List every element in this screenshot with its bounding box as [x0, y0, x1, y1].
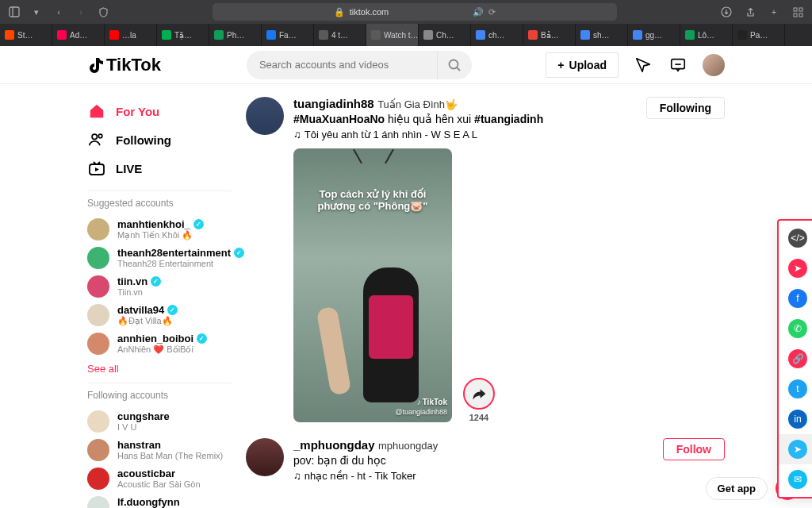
- account-avatar: [87, 304, 109, 326]
- account-row[interactable]: annhien_boiboi✓AnNhiên ❤️ BốiBối: [87, 329, 246, 358]
- tab-label: St…: [17, 31, 33, 40]
- nav-following[interactable]: Following: [87, 125, 246, 154]
- share-option[interactable]: 🔗Copy link: [779, 344, 812, 374]
- browser-tab[interactable]: Ph…: [209, 24, 262, 46]
- get-app-button[interactable]: Get app: [706, 477, 768, 500]
- account-row[interactable]: datvilla94✓🔥Đạt Villa🔥: [87, 301, 246, 329]
- browser-tab[interactable]: Bả…: [523, 24, 576, 46]
- audio-icon[interactable]: 🔊: [473, 7, 484, 17]
- browser-toolbar: ▾ ‹ › 🔒 tiktok.com 🔊 ⟳ +: [0, 0, 812, 24]
- browser-tab[interactable]: Tặ…: [157, 24, 209, 46]
- back-icon[interactable]: ‹: [51, 4, 67, 20]
- favicon: [214, 30, 224, 40]
- share-option[interactable]: </>Embed: [779, 223, 812, 253]
- plus-icon[interactable]: +: [766, 4, 782, 20]
- favicon: [319, 30, 328, 40]
- post-music[interactable]: ♫ nhạc nền - ht - Tik Toker: [293, 470, 438, 482]
- account-displayname: Theanh28 Entertainment: [117, 259, 244, 268]
- account-row[interactable]: hanstranHans Bat Man (The Remix): [87, 436, 246, 464]
- browser-tab[interactable]: ch…: [471, 24, 523, 46]
- share-option[interactable]: ✆Share to WhatsApp: [779, 314, 812, 344]
- browser-tab[interactable]: gg…: [628, 24, 680, 46]
- follow-button[interactable]: Follow: [663, 438, 725, 460]
- tab-label: Tặ…: [174, 31, 192, 40]
- see-all-link[interactable]: See all: [87, 363, 246, 375]
- browser-tab[interactable]: Fa…: [262, 24, 314, 46]
- favicon: [685, 30, 695, 40]
- upload-button[interactable]: + Upload: [546, 52, 619, 78]
- share-option[interactable]: tShare to Twitter: [779, 374, 812, 404]
- browser-tab[interactable]: Ch…: [419, 24, 471, 46]
- post-avatar[interactable]: [246, 97, 284, 135]
- share-option[interactable]: ➤Send to friends: [779, 253, 812, 283]
- share-button[interactable]: [463, 378, 495, 410]
- account-username: annhien_boiboi✓: [117, 333, 207, 344]
- share-option-icon: ✉: [788, 470, 807, 489]
- account-username: datvilla94✓: [117, 304, 178, 316]
- account-row[interactable]: cungshareI V U: [87, 407, 246, 436]
- post-displayname: mphuongday: [378, 440, 438, 452]
- browser-tab[interactable]: …la: [105, 24, 157, 46]
- account-username: theanh28entertainment✓: [117, 247, 244, 259]
- search-icon: [447, 58, 462, 72]
- tab-label: Ch…: [436, 31, 454, 40]
- post-username[interactable]: tuangiadinh88: [293, 97, 374, 110]
- address-bar[interactable]: 🔒 tiktok.com 🔊 ⟳: [213, 3, 617, 21]
- nav-live[interactable]: LIVE: [87, 154, 246, 183]
- browser-tab[interactable]: St…: [0, 24, 52, 46]
- post-music[interactable]: ♫ Tôi yêu anh từ 1 ánh nhìn - W S E A L: [293, 129, 543, 140]
- tab-label: Ph…: [227, 31, 244, 40]
- share-menu: </>Embed➤Send to friendsfShare to Facebo…: [777, 219, 812, 498]
- nav-label: Following: [116, 133, 171, 147]
- account-row[interactable]: theanh28entertainment✓Theanh28 Entertain…: [87, 244, 246, 272]
- favicon: [266, 30, 276, 40]
- account-row[interactable]: tiin.vn✓Tiin.vn: [87, 272, 246, 301]
- account-row[interactable]: manhtienkhoi_✓Mạnh Tiến Khôi 🔥: [87, 215, 246, 244]
- search-button[interactable]: [437, 51, 472, 79]
- share-option[interactable]: inShare to LinkedIn: [779, 404, 812, 434]
- chevron-down-icon[interactable]: ▾: [29, 4, 44, 20]
- video-player[interactable]: Top cách xử lý khi đối phương có "Phông🐷…: [293, 148, 452, 422]
- share-option-icon: ➤: [788, 259, 807, 278]
- profile-avatar[interactable]: [703, 54, 725, 76]
- reload-icon[interactable]: ⟳: [488, 7, 496, 17]
- share-option[interactable]: fShare to Facebook: [779, 283, 812, 314]
- tab-label: Ad…: [70, 31, 87, 40]
- share-option[interactable]: ➤Share to Telegram: [779, 434, 812, 464]
- account-avatar: [87, 218, 109, 241]
- account-avatar: [87, 275, 109, 298]
- share-option-icon: t: [788, 379, 807, 398]
- download-icon[interactable]: [718, 4, 734, 20]
- shield-icon[interactable]: [95, 4, 111, 20]
- logo[interactable]: TikTok: [87, 55, 161, 75]
- share-option[interactable]: ✉Share to Email: [779, 464, 812, 495]
- inbox-icon[interactable]: [668, 55, 688, 75]
- messages-icon[interactable]: [633, 55, 653, 75]
- post-username[interactable]: _mphuongday: [293, 438, 375, 452]
- tab-label: Fa…: [279, 31, 297, 40]
- following-button[interactable]: Following: [646, 97, 725, 119]
- account-row[interactable]: acousticbarAcoustic Bar Sài Gòn: [87, 464, 246, 493]
- browser-tab[interactable]: Watch t…: [366, 24, 419, 46]
- sidebar: For You Following LIVE Suggested account…: [0, 84, 246, 508]
- tab-label: ch…: [488, 31, 505, 40]
- svg-rect-4: [799, 8, 802, 11]
- tabs-grid-icon[interactable]: [790, 4, 806, 20]
- account-username: lf.duongfynn: [117, 496, 180, 508]
- post-avatar[interactable]: [246, 438, 284, 476]
- account-row[interactable]: lf.duongfynnduongfynn 🍑: [87, 493, 246, 508]
- browser-tab[interactable]: Pa…: [733, 24, 785, 46]
- share-icon[interactable]: [742, 4, 758, 20]
- browser-tab[interactable]: Lô…: [680, 24, 733, 46]
- verified-badge-icon: ✓: [197, 333, 207, 344]
- sidebar-toggle-icon[interactable]: [6, 4, 22, 20]
- browser-tab[interactable]: 4 t…: [314, 24, 366, 46]
- browser-tab[interactable]: sh…: [576, 24, 628, 46]
- browser-tab[interactable]: Ad…: [52, 24, 105, 46]
- nav-for-you[interactable]: For You: [87, 97, 246, 125]
- forward-icon[interactable]: ›: [73, 4, 89, 20]
- svg-rect-6: [799, 13, 802, 17]
- tab-label: sh…: [593, 31, 610, 40]
- account-avatar: [87, 468, 109, 490]
- search-input[interactable]: [247, 51, 437, 79]
